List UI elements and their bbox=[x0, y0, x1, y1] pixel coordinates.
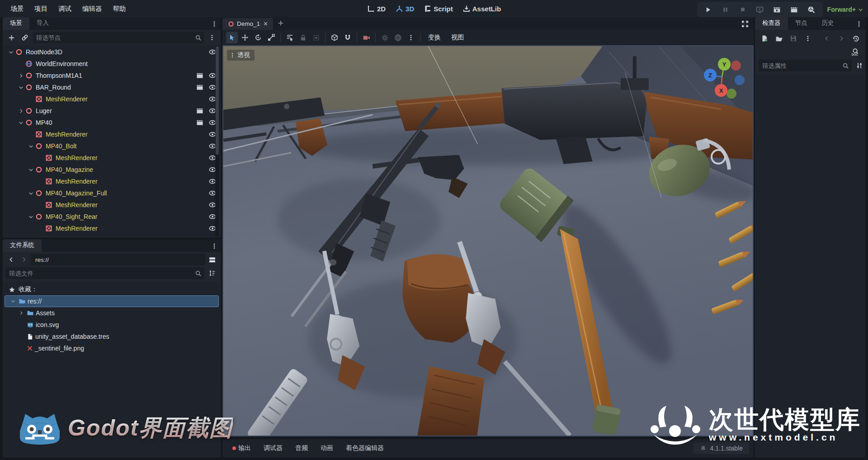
scrollbar-thumb[interactable] bbox=[216, 46, 219, 155]
history-forward-button[interactable] bbox=[18, 254, 30, 266]
axis-x-ball[interactable]: X bbox=[715, 84, 727, 97]
tree-row-mp40-magazine[interactable]: MP40_Magazine bbox=[4, 164, 220, 175]
menu-help[interactable]: 帮助 bbox=[108, 2, 131, 15]
tree-row-rootnode3d[interactable]: RootNode3D bbox=[4, 46, 220, 58]
expand-arrow-icon[interactable] bbox=[18, 309, 25, 317]
menu-project[interactable]: 项目 bbox=[29, 2, 52, 15]
close-icon[interactable] bbox=[263, 21, 269, 27]
file-row-assets[interactable]: Assets bbox=[4, 307, 220, 319]
resource-menu-icon[interactable] bbox=[802, 33, 814, 44]
list-select-button[interactable] bbox=[284, 32, 296, 43]
tree-row-mp40-bolt[interactable]: MP40_Bolt bbox=[4, 140, 220, 152]
workspace-2d[interactable]: 2D bbox=[367, 5, 386, 13]
leather-pouch-model[interactable] bbox=[417, 366, 484, 436]
open-instanced-scene-icon[interactable] bbox=[196, 119, 203, 126]
play-scene-button[interactable] bbox=[771, 4, 783, 15]
preview-environment-button[interactable] bbox=[392, 32, 404, 43]
new-resource-button[interactable] bbox=[759, 33, 770, 44]
tree-row-bar-round[interactable]: BAR_Round bbox=[4, 81, 220, 93]
expand-arrow-icon[interactable] bbox=[27, 190, 34, 197]
tree-row-meshrenderer[interactable]: MeshRenderer bbox=[4, 175, 220, 187]
edit-history-button[interactable] bbox=[850, 33, 862, 44]
file-row-res-root[interactable]: res:// bbox=[5, 295, 219, 307]
dock-menu-icon[interactable] bbox=[854, 19, 863, 28]
perspective-menu[interactable]: 透视 bbox=[227, 50, 255, 61]
axis-neg-z-ball[interactable] bbox=[735, 75, 745, 85]
bottom-tab-audio[interactable]: 音频 bbox=[290, 441, 313, 455]
scene-tab-demo1[interactable]: Demo_1 bbox=[222, 18, 273, 30]
transform-menu[interactable]: 变换 bbox=[424, 32, 445, 43]
expand-viewport-button[interactable] bbox=[739, 18, 751, 30]
move-mode-button[interactable] bbox=[239, 32, 251, 43]
play-custom-scene-button[interactable] bbox=[788, 4, 800, 15]
tab-import[interactable]: 导入 bbox=[29, 17, 56, 30]
lock-selected-button[interactable] bbox=[297, 32, 309, 43]
tree-row-mp40-magazine-full[interactable]: MP40_Magazine_Full bbox=[4, 187, 220, 199]
scene-filter-input[interactable] bbox=[36, 34, 195, 41]
tree-row-meshrenderer[interactable]: MeshRenderer bbox=[4, 93, 220, 105]
open-instanced-scene-icon[interactable] bbox=[196, 84, 203, 91]
tree-row-meshrenderer[interactable]: MeshRenderer bbox=[4, 152, 220, 164]
workspace-3d[interactable]: 3D bbox=[396, 5, 414, 13]
group-selected-button[interactable] bbox=[310, 32, 322, 43]
tree-row-luger[interactable]: Luger bbox=[4, 105, 220, 117]
axis-neg-x-ball[interactable] bbox=[731, 61, 741, 71]
scrollbar-track[interactable] bbox=[215, 45, 219, 237]
pause-button[interactable] bbox=[720, 4, 731, 15]
axis-orientation-gizmo[interactable]: Y Z X bbox=[696, 49, 746, 100]
tree-row-mp40-sight-rear[interactable]: MP40_Sight_Rear bbox=[4, 211, 220, 223]
tab-node[interactable]: 节点 bbox=[788, 17, 815, 30]
expand-arrow-icon[interactable] bbox=[17, 72, 24, 79]
menu-editor[interactable]: 编辑器 bbox=[77, 2, 107, 15]
scale-mode-button[interactable] bbox=[265, 32, 277, 43]
snap-toggle-button[interactable] bbox=[342, 32, 354, 43]
new-scene-tab-button[interactable] bbox=[275, 17, 287, 29]
open-instanced-scene-icon[interactable] bbox=[196, 72, 203, 79]
favorites-header[interactable]: 收藏： bbox=[4, 284, 220, 295]
camera-override-button[interactable] bbox=[360, 32, 372, 43]
select-mode-button[interactable] bbox=[226, 32, 238, 43]
tree-row-mp40[interactable]: MP40 bbox=[4, 117, 220, 128]
axis-y-ball[interactable]: Y bbox=[718, 58, 731, 71]
movie-maker-button[interactable] bbox=[806, 4, 817, 15]
bottom-tab-debugger[interactable]: 调试器 bbox=[258, 441, 288, 455]
expand-arrow-icon[interactable] bbox=[17, 107, 24, 114]
play-button[interactable] bbox=[703, 4, 714, 15]
tree-row-meshrenderer[interactable]: MeshRenderer bbox=[4, 128, 220, 140]
bottom-tab-shader-editor[interactable]: 着色器编辑器 bbox=[340, 441, 389, 455]
open-instanced-scene-icon[interactable] bbox=[196, 107, 203, 114]
save-resource-button[interactable] bbox=[788, 33, 799, 44]
preview-sun-button[interactable] bbox=[379, 32, 391, 43]
menu-scene[interactable]: 场景 bbox=[5, 2, 28, 15]
preview-settings-menu[interactable] bbox=[405, 32, 417, 43]
expand-arrow-icon[interactable] bbox=[27, 213, 34, 220]
tab-inspector[interactable]: 检查器 bbox=[755, 17, 788, 30]
expand-arrow-icon[interactable] bbox=[27, 142, 34, 150]
3d-viewport[interactable]: 透视 Y Z X bbox=[222, 45, 754, 436]
expand-arrow-icon[interactable] bbox=[17, 84, 24, 91]
menu-debug[interactable]: 调试 bbox=[53, 2, 76, 15]
instantiate-scene-button[interactable] bbox=[19, 32, 31, 43]
edit-forward-button[interactable] bbox=[835, 33, 847, 44]
file-sort-button[interactable] bbox=[206, 267, 218, 279]
play-remote-button[interactable] bbox=[754, 4, 766, 15]
tree-row-meshrenderer[interactable]: MeshRenderer bbox=[4, 199, 220, 211]
tree-row-meshrenderer[interactable]: MeshRenderer bbox=[4, 223, 220, 234]
load-resource-button[interactable] bbox=[773, 33, 785, 44]
add-node-button[interactable] bbox=[5, 32, 17, 43]
expand-arrow-icon[interactable] bbox=[7, 48, 14, 56]
tree-row-worldenvironment[interactable]: WorldEnvironment bbox=[4, 58, 220, 70]
tab-filesystem[interactable]: 文件系统 bbox=[3, 239, 42, 252]
split-mode-toggle[interactable] bbox=[206, 254, 218, 266]
tab-history[interactable]: 历史 bbox=[815, 17, 841, 30]
axis-z-ball[interactable]: Z bbox=[704, 69, 717, 81]
dock-menu-icon[interactable] bbox=[210, 19, 219, 28]
scene-tree-menu-icon[interactable] bbox=[206, 32, 218, 43]
local-space-button[interactable] bbox=[329, 32, 340, 43]
rotate-mode-button[interactable] bbox=[252, 32, 264, 43]
view-menu[interactable]: 视图 bbox=[447, 32, 468, 43]
current-path-field[interactable]: res:// bbox=[31, 254, 205, 266]
file-filter-input[interactable] bbox=[9, 270, 195, 277]
expand-arrow-icon[interactable] bbox=[9, 298, 17, 305]
open-docs-button[interactable] bbox=[849, 46, 861, 58]
